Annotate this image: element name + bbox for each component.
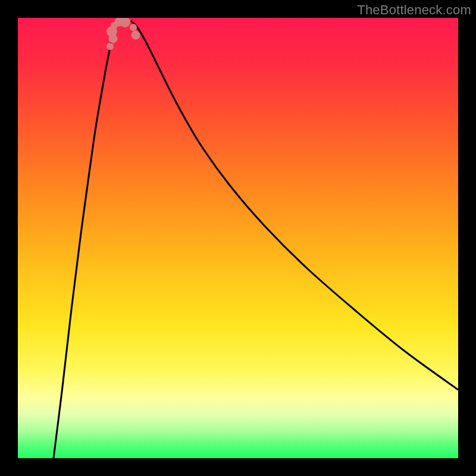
watermark-text: TheBottleneck.com xyxy=(357,2,471,18)
marker-dot xyxy=(107,43,114,50)
marker-cluster xyxy=(107,18,140,50)
left-curve xyxy=(54,21,116,458)
marker-dot xyxy=(131,31,140,40)
plot-svg xyxy=(18,18,458,458)
marker-dot xyxy=(130,24,137,31)
marker-dot xyxy=(120,18,130,27)
plot-area xyxy=(18,18,458,458)
chart-frame: TheBottleneck.com xyxy=(0,0,476,476)
right-curve xyxy=(131,21,458,390)
